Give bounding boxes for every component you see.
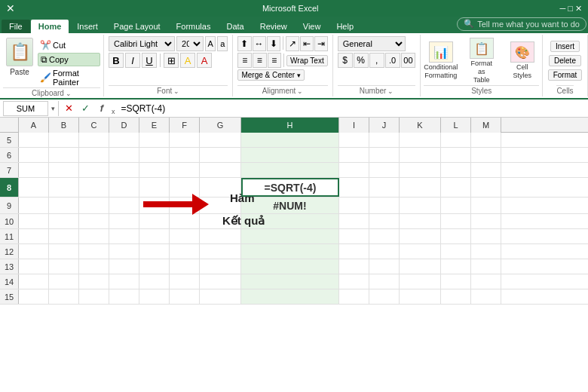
cell[interactable]: [441, 259, 471, 274]
cell[interactable]: [170, 244, 200, 259]
cell[interactable]: [79, 229, 109, 243]
cell-h9-result[interactable]: #NUM!: [241, 198, 339, 213]
font-name-select[interactable]: Calibri Light: [109, 36, 175, 51]
format-painter-button[interactable]: 🖌️ Format Painter: [38, 68, 100, 87]
font-color-button[interactable]: A: [197, 53, 212, 68]
cell[interactable]: [139, 244, 170, 259]
cell[interactable]: [49, 133, 79, 147]
cell[interactable]: [241, 229, 339, 243]
cell[interactable]: [400, 274, 441, 289]
format-table-button[interactable]: 📋 Format asTable: [463, 36, 501, 85]
cell[interactable]: [49, 198, 79, 213]
cell[interactable]: [49, 163, 79, 177]
dollar-button[interactable]: $: [338, 53, 353, 68]
percent-button[interactable]: %: [354, 53, 369, 68]
cell[interactable]: [241, 163, 339, 177]
tell-me-box[interactable]: 🔍 Tell me what you want to do: [457, 17, 586, 31]
cell[interactable]: [339, 289, 369, 304]
cell[interactable]: [369, 178, 400, 197]
cell[interactable]: [19, 163, 49, 177]
formula-cancel-button[interactable]: ✕: [62, 102, 75, 115]
cell[interactable]: [441, 289, 471, 304]
decrease-decimal-button[interactable]: 00: [401, 53, 416, 68]
cell[interactable]: [139, 133, 170, 147]
cell[interactable]: [49, 178, 79, 197]
clipboard-expand-icon[interactable]: ⌄: [66, 90, 72, 97]
col-header-l[interactable]: L: [441, 118, 471, 133]
cell[interactable]: [369, 274, 400, 289]
cell[interactable]: [339, 198, 369, 213]
cell[interactable]: [400, 148, 441, 162]
cell[interactable]: [200, 229, 241, 243]
cell[interactable]: [19, 198, 49, 213]
cell[interactable]: [109, 259, 139, 274]
cell[interactable]: [339, 148, 369, 162]
cell[interactable]: [79, 178, 109, 197]
col-header-i[interactable]: I: [339, 118, 369, 133]
text-direction-button[interactable]: ↗: [286, 36, 299, 51]
cell[interactable]: [109, 178, 139, 197]
col-header-c[interactable]: C: [79, 118, 109, 133]
bold-button[interactable]: B: [109, 53, 124, 68]
cell[interactable]: [19, 274, 49, 289]
cell[interactable]: [369, 198, 400, 213]
tab-formulas[interactable]: Formulas: [169, 20, 219, 33]
cell[interactable]: [79, 259, 109, 274]
comma-button[interactable]: ,: [369, 53, 384, 68]
cell[interactable]: [139, 214, 170, 228]
cell[interactable]: [471, 229, 501, 243]
row-header[interactable]: 14: [0, 274, 19, 289]
center-align-button[interactable]: ≡: [253, 53, 267, 68]
cell[interactable]: [241, 133, 339, 147]
border-button[interactable]: ⊞: [164, 53, 179, 68]
tab-help[interactable]: Help: [329, 20, 361, 33]
insert-function-button[interactable]: f: [95, 102, 109, 115]
copy-button[interactable]: ⧉ Copy: [38, 53, 100, 66]
row-header[interactable]: 11: [0, 229, 19, 243]
cell[interactable]: [441, 198, 471, 213]
row-header-active[interactable]: 8: [0, 178, 19, 197]
cell[interactable]: [139, 274, 170, 289]
cell[interactable]: [200, 259, 241, 274]
cell[interactable]: [441, 214, 471, 228]
cell[interactable]: [79, 148, 109, 162]
tab-review[interactable]: Review: [253, 20, 295, 33]
cell[interactable]: [19, 244, 49, 259]
cell[interactable]: [19, 259, 49, 274]
col-header-b[interactable]: B: [49, 118, 79, 133]
cell[interactable]: [241, 289, 339, 304]
cell[interactable]: [471, 214, 501, 228]
cell[interactable]: [400, 259, 441, 274]
cell[interactable]: [79, 289, 109, 304]
row-header[interactable]: 9: [0, 198, 19, 213]
left-align-button[interactable]: ≡: [237, 53, 252, 68]
cell[interactable]: [339, 274, 369, 289]
cell[interactable]: [49, 289, 79, 304]
cell[interactable]: [170, 229, 200, 243]
cell[interactable]: [200, 274, 241, 289]
row-header[interactable]: 13: [0, 259, 19, 274]
formula-confirm-button[interactable]: ✓: [78, 102, 92, 115]
cell[interactable]: [200, 133, 241, 147]
name-box[interactable]: [3, 101, 48, 116]
cell[interactable]: [241, 148, 339, 162]
cell[interactable]: [369, 163, 400, 177]
cell[interactable]: [170, 163, 200, 177]
col-header-k[interactable]: K: [400, 118, 441, 133]
col-header-d[interactable]: D: [109, 118, 139, 133]
cell[interactable]: [471, 133, 501, 147]
col-header-a[interactable]: A: [19, 118, 49, 133]
top-align-button[interactable]: ⬆: [237, 36, 251, 51]
cut-button[interactable]: ✂️ Cut: [38, 39, 100, 51]
font-increase-button[interactable]: A: [205, 36, 216, 51]
cell[interactable]: [49, 229, 79, 243]
cell[interactable]: [400, 198, 441, 213]
row-header[interactable]: 7: [0, 163, 19, 177]
cell[interactable]: [339, 229, 369, 243]
cell[interactable]: [471, 178, 501, 197]
cell[interactable]: [170, 289, 200, 304]
cell[interactable]: [471, 148, 501, 162]
cell[interactable]: [79, 198, 109, 213]
merge-dropdown-icon[interactable]: ▾: [297, 72, 301, 79]
cell[interactable]: [369, 133, 400, 147]
